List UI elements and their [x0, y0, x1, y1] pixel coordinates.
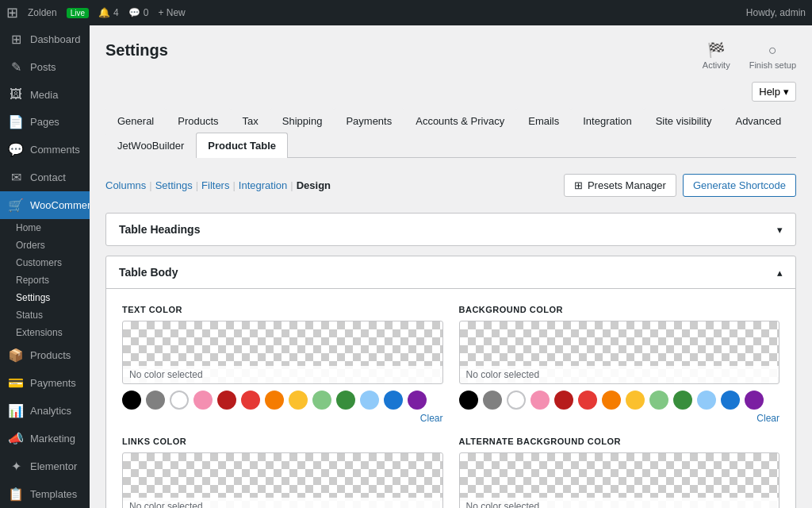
swatch-red[interactable] [241, 391, 260, 410]
sidebar-item-payments[interactable]: 💳 Payments [0, 369, 90, 397]
swatch-purple[interactable] [408, 391, 427, 410]
tab-general[interactable]: General [105, 108, 166, 133]
subnav-columns[interactable]: Columns [105, 179, 146, 191]
sidebar-item-products[interactable]: 📦 Products [0, 341, 90, 369]
table-body-section: Table Body ▴ TEXT COLOR No color selecte… [105, 256, 796, 508]
page-title: Settings [105, 41, 168, 60]
swatch-light-green[interactable] [649, 391, 668, 410]
sidebar-item-media[interactable]: 🖼 Media [0, 81, 90, 108]
swatch-red[interactable] [578, 391, 597, 410]
color-row-2: LINKS COLOR No color selected Clear ALTE… [122, 437, 779, 508]
subnav-settings[interactable]: Settings [155, 179, 193, 191]
text-color-group: TEXT COLOR No color selected Clear [122, 305, 443, 424]
sidebar-sub-extensions[interactable]: Extensions [0, 324, 90, 341]
table-headings-toggle[interactable]: Table Headings ▾ [106, 214, 795, 245]
sidebar-sub-settings[interactable]: Settings [0, 289, 90, 306]
subnav-integration[interactable]: Integration [239, 179, 287, 191]
tab-products[interactable]: Products [166, 108, 230, 133]
comment-icon[interactable]: 🔔 4 [98, 7, 119, 18]
site-name[interactable]: Zolden [28, 7, 57, 18]
sidebar-item-contact[interactable]: ✉ Contact [0, 164, 90, 191]
swatch-gray[interactable] [146, 391, 165, 410]
swatch-black[interactable] [459, 391, 478, 410]
sidebar-item-marketing[interactable]: 📣 Marketing [0, 425, 90, 452]
links-color-preview[interactable]: No color selected [122, 452, 443, 508]
payments-icon: 💳 [8, 375, 24, 391]
tab-tax[interactable]: Tax [231, 108, 270, 133]
sidebar-item-woocommerce[interactable]: 🛒 WooCommerce [0, 191, 90, 219]
elementor-icon: ✦ [8, 459, 24, 474]
tab-product-table[interactable]: Product Table [196, 133, 288, 158]
swatch-black[interactable] [122, 391, 141, 410]
sidebar-item-comments[interactable]: 💬 Comments [0, 136, 90, 164]
bubble-icon[interactable]: 💬 0 [128, 7, 149, 18]
finish-setup-label: Finish setup [749, 60, 796, 70]
new-button[interactable]: + New [158, 7, 185, 18]
tab-payments[interactable]: Payments [334, 108, 404, 133]
swatch-orange[interactable] [265, 391, 284, 410]
media-icon: 🖼 [8, 87, 24, 102]
links-color-no-selected: No color selected [123, 498, 442, 508]
swatch-light-blue[interactable] [697, 391, 716, 410]
sidebar-item-analytics[interactable]: 📊 Analytics [0, 397, 90, 425]
swatch-pink[interactable] [193, 391, 213, 410]
tab-jetwoobuilder[interactable]: JetWooBuilder [105, 133, 196, 158]
wp-logo[interactable]: ⊞ [6, 4, 18, 21]
sidebar-sub-reports[interactable]: Reports [0, 271, 90, 289]
activity-button[interactable]: 🏁 Activity [703, 41, 730, 70]
swatch-green[interactable] [673, 391, 692, 410]
text-color-clear[interactable]: Clear [122, 413, 443, 424]
templates-icon: 📋 [8, 487, 24, 502]
swatch-white[interactable] [170, 391, 189, 410]
table-headings-chevron-icon: ▾ [777, 224, 783, 236]
tab-emails[interactable]: Emails [516, 108, 571, 133]
settings-tabs: General Products Tax Shipping Payments A… [105, 108, 796, 158]
presets-icon: ⊞ [574, 179, 583, 191]
sidebar-label-marketing: Marketing [30, 433, 75, 444]
swatch-yellow[interactable] [626, 391, 645, 410]
swatch-white[interactable] [507, 391, 526, 410]
swatch-dark-red[interactable] [217, 391, 236, 410]
tab-accounts-privacy[interactable]: Accounts & Privacy [404, 108, 516, 133]
table-body-toggle[interactable]: Table Body ▴ [106, 256, 795, 289]
swatch-gray[interactable] [483, 391, 502, 410]
finish-setup-button[interactable]: ○ Finish setup [749, 42, 796, 70]
text-color-preview[interactable]: No color selected [122, 321, 443, 384]
sidebar-sub-status[interactable]: Status [0, 306, 90, 324]
sidebar-item-elementor[interactable]: ✦ Elementor [0, 452, 90, 480]
presets-manager-button[interactable]: ⊞ Presets Manager [564, 174, 676, 197]
swatch-dark-red[interactable] [554, 391, 573, 410]
swatch-yellow[interactable] [289, 391, 308, 410]
tab-shipping[interactable]: Shipping [270, 108, 335, 133]
activity-icon: 🏁 [707, 41, 725, 59]
swatch-blue[interactable] [384, 391, 403, 410]
swatch-light-blue[interactable] [360, 391, 379, 410]
swatch-purple[interactable] [745, 391, 764, 410]
contact-icon: ✉ [8, 170, 24, 185]
sidebar-label-media: Media [30, 89, 58, 101]
text-color-no-selected: No color selected [123, 366, 442, 383]
background-color-preview[interactable]: No color selected [459, 321, 780, 384]
swatch-pink[interactable] [530, 391, 550, 410]
sidebar-sub-orders[interactable]: Orders [0, 237, 90, 254]
tab-integration[interactable]: Integration [571, 108, 643, 133]
subnav-filters[interactable]: Filters [201, 179, 229, 191]
swatch-light-green[interactable] [312, 391, 331, 410]
sidebar-item-pages[interactable]: 📄 Pages [0, 108, 90, 136]
swatch-green[interactable] [336, 391, 355, 410]
sidebar-item-templates[interactable]: 📋 Templates [0, 480, 90, 508]
generate-shortcode-button[interactable]: Generate Shortcode [683, 174, 796, 197]
sidebar-sub-home[interactable]: Home [0, 219, 90, 237]
help-button[interactable]: Help ▾ [752, 82, 796, 102]
swatch-orange[interactable] [602, 391, 621, 410]
sidebar-sub-customers[interactable]: Customers [0, 254, 90, 271]
sidebar-label-payments: Payments [30, 377, 76, 389]
live-badge: Live [67, 8, 89, 18]
sidebar-item-dashboard[interactable]: ⊞ Dashboard [0, 25, 90, 53]
swatch-blue[interactable] [721, 391, 740, 410]
background-color-clear[interactable]: Clear [459, 413, 780, 424]
alternate-bg-color-preview[interactable]: No color selected [459, 452, 780, 508]
tab-site-visibility[interactable]: Site visibility [644, 108, 724, 133]
sidebar-item-posts[interactable]: ✎ Posts [0, 53, 90, 81]
tab-advanced[interactable]: Advanced [723, 108, 793, 133]
